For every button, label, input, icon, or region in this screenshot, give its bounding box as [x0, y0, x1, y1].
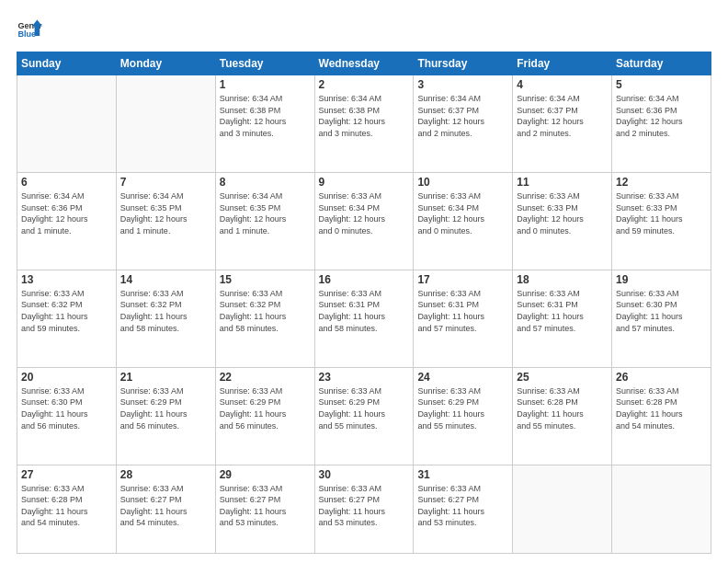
day-number: 4: [517, 78, 608, 91]
day-info: Sunrise: 6:34 AM Sunset: 6:35 PM Dayligh…: [120, 190, 211, 236]
calendar-cell: 17Sunrise: 6:33 AM Sunset: 6:31 PM Dayli…: [414, 270, 513, 367]
day-info: Sunrise: 6:34 AM Sunset: 6:35 PM Dayligh…: [220, 190, 311, 236]
calendar-cell: 27Sunrise: 6:33 AM Sunset: 6:28 PM Dayli…: [17, 465, 117, 553]
day-number: 14: [120, 273, 211, 286]
calendar-cell: 9Sunrise: 6:33 AM Sunset: 6:34 PM Daylig…: [314, 172, 414, 270]
day-info: Sunrise: 6:33 AM Sunset: 6:29 PM Dayligh…: [417, 385, 508, 431]
calendar-cell: 22Sunrise: 6:33 AM Sunset: 6:29 PM Dayli…: [215, 367, 314, 465]
calendar-cell: 23Sunrise: 6:33 AM Sunset: 6:29 PM Dayli…: [314, 367, 414, 465]
day-number: 22: [220, 371, 311, 384]
day-info: Sunrise: 6:33 AM Sunset: 6:32 PM Dayligh…: [21, 288, 112, 334]
weekday-header-monday: Monday: [116, 52, 215, 75]
day-info: Sunrise: 6:33 AM Sunset: 6:27 PM Dayligh…: [120, 483, 211, 529]
day-number: 15: [220, 273, 311, 286]
day-info: Sunrise: 6:33 AM Sunset: 6:28 PM Dayligh…: [517, 385, 608, 431]
calendar-cell: 19Sunrise: 6:33 AM Sunset: 6:30 PM Dayli…: [612, 270, 711, 367]
week-row-2: 6Sunrise: 6:34 AM Sunset: 6:36 PM Daylig…: [17, 172, 711, 270]
day-info: Sunrise: 6:33 AM Sunset: 6:33 PM Dayligh…: [616, 190, 707, 236]
calendar-cell: 12Sunrise: 6:33 AM Sunset: 6:33 PM Dayli…: [612, 172, 711, 270]
day-number: 25: [517, 371, 608, 384]
calendar-cell: 28Sunrise: 6:33 AM Sunset: 6:27 PM Dayli…: [116, 465, 215, 553]
day-info: Sunrise: 6:33 AM Sunset: 6:29 PM Dayligh…: [120, 385, 211, 431]
weekday-header-friday: Friday: [513, 52, 612, 75]
page: General Blue SundayMondayTuesdayWednesda…: [0, 0, 728, 563]
calendar-cell: 1Sunrise: 6:34 AM Sunset: 6:38 PM Daylig…: [215, 75, 314, 173]
day-info: Sunrise: 6:33 AM Sunset: 6:28 PM Dayligh…: [21, 483, 112, 529]
day-number: 10: [417, 176, 508, 189]
header: General Blue: [17, 17, 711, 42]
week-row-3: 13Sunrise: 6:33 AM Sunset: 6:32 PM Dayli…: [17, 270, 711, 367]
calendar-cell: 10Sunrise: 6:33 AM Sunset: 6:34 PM Dayli…: [414, 172, 513, 270]
day-number: 12: [616, 176, 707, 189]
calendar-cell: 30Sunrise: 6:33 AM Sunset: 6:27 PM Dayli…: [314, 465, 414, 553]
day-number: 2: [319, 78, 410, 91]
calendar-cell: [17, 75, 117, 173]
calendar-cell: 14Sunrise: 6:33 AM Sunset: 6:32 PM Dayli…: [116, 270, 215, 367]
logo-icon: General Blue: [17, 17, 42, 42]
calendar-cell: 15Sunrise: 6:33 AM Sunset: 6:32 PM Dayli…: [215, 270, 314, 367]
week-row-1: 1Sunrise: 6:34 AM Sunset: 6:38 PM Daylig…: [17, 75, 711, 173]
day-info: Sunrise: 6:33 AM Sunset: 6:32 PM Dayligh…: [120, 288, 211, 334]
calendar-cell: 13Sunrise: 6:33 AM Sunset: 6:32 PM Dayli…: [17, 270, 117, 367]
weekday-header-saturday: Saturday: [612, 52, 711, 75]
calendar-cell: 29Sunrise: 6:33 AM Sunset: 6:27 PM Dayli…: [215, 465, 314, 553]
day-info: Sunrise: 6:33 AM Sunset: 6:31 PM Dayligh…: [417, 288, 508, 334]
day-info: Sunrise: 6:33 AM Sunset: 6:27 PM Dayligh…: [220, 483, 311, 529]
day-number: 31: [417, 468, 508, 481]
day-number: 16: [319, 273, 410, 286]
weekday-header-thursday: Thursday: [414, 52, 513, 75]
weekday-header-sunday: Sunday: [17, 52, 117, 75]
weekday-header-row: SundayMondayTuesdayWednesdayThursdayFrid…: [17, 52, 711, 75]
calendar-cell: 3Sunrise: 6:34 AM Sunset: 6:37 PM Daylig…: [414, 75, 513, 173]
day-number: 21: [120, 371, 211, 384]
day-number: 6: [21, 176, 112, 189]
calendar-cell: 7Sunrise: 6:34 AM Sunset: 6:35 PM Daylig…: [116, 172, 215, 270]
calendar-cell: 21Sunrise: 6:33 AM Sunset: 6:29 PM Dayli…: [116, 367, 215, 465]
week-row-4: 20Sunrise: 6:33 AM Sunset: 6:30 PM Dayli…: [17, 367, 711, 465]
calendar-cell: 11Sunrise: 6:33 AM Sunset: 6:33 PM Dayli…: [513, 172, 612, 270]
day-number: 29: [220, 468, 311, 481]
day-info: Sunrise: 6:34 AM Sunset: 6:37 PM Dayligh…: [417, 93, 508, 139]
day-info: Sunrise: 6:33 AM Sunset: 6:27 PM Dayligh…: [417, 483, 508, 529]
calendar-cell: 4Sunrise: 6:34 AM Sunset: 6:37 PM Daylig…: [513, 75, 612, 173]
day-number: 9: [319, 176, 410, 189]
svg-text:Blue: Blue: [17, 29, 36, 39]
day-info: Sunrise: 6:33 AM Sunset: 6:28 PM Dayligh…: [616, 385, 707, 431]
calendar-cell: 24Sunrise: 6:33 AM Sunset: 6:29 PM Dayli…: [414, 367, 513, 465]
day-number: 28: [120, 468, 211, 481]
day-number: 1: [220, 78, 311, 91]
calendar-cell: 26Sunrise: 6:33 AM Sunset: 6:28 PM Dayli…: [612, 367, 711, 465]
day-number: 20: [21, 371, 112, 384]
calendar-cell: 20Sunrise: 6:33 AM Sunset: 6:30 PM Dayli…: [17, 367, 117, 465]
week-row-5: 27Sunrise: 6:33 AM Sunset: 6:28 PM Dayli…: [17, 465, 711, 553]
calendar-cell: [116, 75, 215, 173]
day-number: 5: [616, 78, 707, 91]
day-info: Sunrise: 6:34 AM Sunset: 6:36 PM Dayligh…: [21, 190, 112, 236]
day-number: 27: [21, 468, 112, 481]
weekday-header-wednesday: Wednesday: [314, 52, 414, 75]
day-info: Sunrise: 6:33 AM Sunset: 6:33 PM Dayligh…: [517, 190, 608, 236]
logo: General Blue: [17, 17, 42, 42]
day-info: Sunrise: 6:33 AM Sunset: 6:31 PM Dayligh…: [319, 288, 410, 334]
day-number: 23: [319, 371, 410, 384]
calendar-cell: 8Sunrise: 6:34 AM Sunset: 6:35 PM Daylig…: [215, 172, 314, 270]
day-info: Sunrise: 6:33 AM Sunset: 6:29 PM Dayligh…: [220, 385, 311, 431]
day-info: Sunrise: 6:34 AM Sunset: 6:36 PM Dayligh…: [616, 93, 707, 139]
day-number: 19: [616, 273, 707, 286]
day-info: Sunrise: 6:33 AM Sunset: 6:34 PM Dayligh…: [319, 190, 410, 236]
calendar-cell: [513, 465, 612, 553]
calendar-cell: 2Sunrise: 6:34 AM Sunset: 6:38 PM Daylig…: [314, 75, 414, 173]
day-number: 17: [417, 273, 508, 286]
calendar-cell: 16Sunrise: 6:33 AM Sunset: 6:31 PM Dayli…: [314, 270, 414, 367]
day-number: 18: [517, 273, 608, 286]
calendar-cell: 5Sunrise: 6:34 AM Sunset: 6:36 PM Daylig…: [612, 75, 711, 173]
day-number: 8: [220, 176, 311, 189]
day-number: 3: [417, 78, 508, 91]
day-info: Sunrise: 6:33 AM Sunset: 6:34 PM Dayligh…: [417, 190, 508, 236]
day-info: Sunrise: 6:34 AM Sunset: 6:38 PM Dayligh…: [220, 93, 311, 139]
day-info: Sunrise: 6:33 AM Sunset: 6:29 PM Dayligh…: [319, 385, 410, 431]
calendar-cell: [612, 465, 711, 553]
day-number: 11: [517, 176, 608, 189]
calendar-cell: 25Sunrise: 6:33 AM Sunset: 6:28 PM Dayli…: [513, 367, 612, 465]
calendar-table: SundayMondayTuesdayWednesdayThursdayFrid…: [17, 52, 711, 554]
